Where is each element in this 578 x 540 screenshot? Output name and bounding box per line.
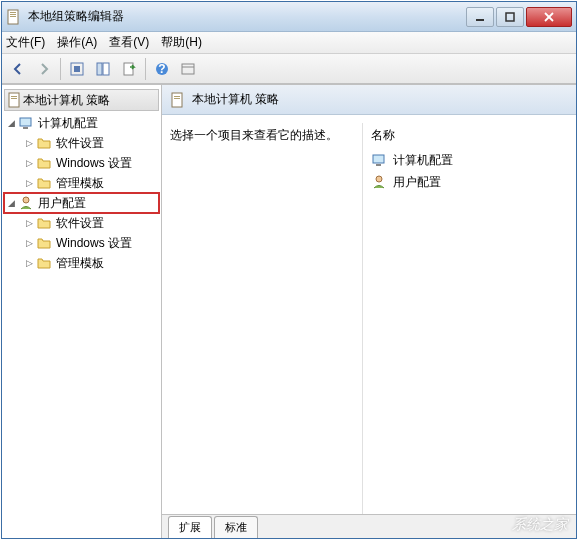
svg-rect-23 (172, 93, 182, 107)
svg-rect-11 (103, 63, 109, 75)
list-item-label: 用户配置 (393, 174, 441, 191)
tree-label: 用户配置 (38, 195, 86, 212)
svg-rect-9 (74, 66, 80, 72)
app-icon (6, 9, 22, 25)
folder-icon (36, 215, 52, 231)
expander-icon[interactable]: ▷ (26, 138, 36, 148)
list-item[interactable]: 计算机配置 (371, 150, 568, 170)
svg-rect-3 (10, 16, 16, 17)
tree-label: 管理模板 (56, 255, 104, 272)
up-button[interactable] (65, 57, 89, 81)
detail-header: 本地计算机 策略 (162, 85, 576, 115)
tabstrip: 扩展 标准 (162, 514, 576, 538)
svg-rect-4 (476, 19, 484, 21)
folder-icon (36, 235, 52, 251)
app-window: 本地组策略编辑器 文件(F) 操作(A) 查看(V) 帮助(H) ? 本地计算机… (1, 1, 577, 539)
svg-rect-12 (124, 63, 133, 75)
tree-item-admin-templates[interactable]: ▷ 管理模板 (4, 173, 159, 193)
computer-icon (18, 115, 34, 131)
expander-icon[interactable]: ▷ (26, 258, 36, 268)
help-button[interactable]: ? (150, 57, 174, 81)
svg-rect-21 (23, 127, 28, 129)
svg-text:?: ? (158, 62, 165, 76)
svg-rect-26 (373, 155, 384, 163)
expander-icon[interactable]: ▷ (26, 238, 36, 248)
expander-icon[interactable]: ▷ (26, 158, 36, 168)
user-icon (18, 195, 34, 211)
list-pane: 名称 计算机配置 用户配置 (362, 123, 576, 514)
tree-item-computer-config[interactable]: ◢ 计算机配置 (4, 113, 159, 133)
tab-extended[interactable]: 扩展 (168, 516, 212, 538)
svg-rect-1 (10, 12, 16, 13)
forward-button[interactable] (32, 57, 56, 81)
menu-action[interactable]: 操作(A) (57, 34, 97, 51)
toolbar-sep (60, 58, 61, 80)
expander-icon[interactable]: ▷ (26, 218, 36, 228)
user-icon (371, 174, 387, 190)
list-item-label: 计算机配置 (393, 152, 453, 169)
svg-rect-19 (11, 98, 17, 99)
tree-label: 管理模板 (56, 175, 104, 192)
computer-icon (371, 152, 387, 168)
tree-item-windows-settings[interactable]: ▷ Windows 设置 (4, 153, 159, 173)
tree-label: Windows 设置 (56, 155, 132, 172)
tree-panel: 本地计算机 策略 ◢ 计算机配置 ▷ 软件设置 ▷ Windows 设置 ▷ 管… (2, 85, 162, 538)
hint-text: 选择一个项目来查看它的描述。 (170, 128, 338, 142)
back-button[interactable] (6, 57, 30, 81)
minimize-button[interactable] (466, 7, 494, 27)
svg-rect-24 (174, 96, 180, 97)
titlebar: 本地组策略编辑器 (2, 2, 576, 32)
folder-icon (36, 155, 52, 171)
folder-icon (36, 175, 52, 191)
column-name[interactable]: 名称 (371, 123, 568, 150)
tree-item-software[interactable]: ▷ 软件设置 (4, 213, 159, 233)
menu-help[interactable]: 帮助(H) (161, 34, 202, 51)
maximize-button[interactable] (496, 7, 524, 27)
detail-body: 选择一个项目来查看它的描述。 名称 计算机配置 用户配置 (162, 115, 576, 514)
list-item[interactable]: 用户配置 (371, 172, 568, 192)
svg-rect-10 (97, 63, 102, 75)
policy-icon (170, 92, 186, 108)
svg-rect-17 (9, 93, 19, 107)
menu-view[interactable]: 查看(V) (109, 34, 149, 51)
tree-root[interactable]: 本地计算机 策略 (4, 89, 159, 111)
show-hide-tree-button[interactable] (91, 57, 115, 81)
svg-point-22 (23, 197, 29, 203)
export-button[interactable] (117, 57, 141, 81)
expander-icon[interactable]: ▷ (26, 178, 36, 188)
menu-file[interactable]: 文件(F) (6, 34, 45, 51)
detail-panel: 本地计算机 策略 选择一个项目来查看它的描述。 名称 计算机配置 用户配置 (162, 85, 576, 538)
svg-rect-27 (376, 164, 381, 166)
menubar: 文件(F) 操作(A) 查看(V) 帮助(H) (2, 32, 576, 54)
svg-rect-5 (506, 13, 514, 21)
tree-label: Windows 设置 (56, 235, 132, 252)
detail-title: 本地计算机 策略 (192, 91, 279, 108)
tree-item-software[interactable]: ▷ 软件设置 (4, 133, 159, 153)
tree-label: 软件设置 (56, 135, 104, 152)
svg-rect-18 (11, 96, 17, 97)
policy-icon (7, 92, 23, 108)
tab-standard[interactable]: 标准 (214, 516, 258, 538)
svg-rect-25 (174, 98, 180, 99)
description-pane: 选择一个项目来查看它的描述。 (162, 123, 362, 514)
tree-item-admin-templates[interactable]: ▷ 管理模板 (4, 253, 159, 273)
filter-button[interactable] (176, 57, 200, 81)
tree-root-label: 本地计算机 策略 (23, 92, 110, 109)
tree-item-windows-settings[interactable]: ▷ Windows 设置 (4, 233, 159, 253)
toolbar-sep (145, 58, 146, 80)
tree-label: 计算机配置 (38, 115, 98, 132)
svg-point-28 (376, 176, 382, 182)
close-button[interactable] (526, 7, 572, 27)
content-area: 本地计算机 策略 ◢ 计算机配置 ▷ 软件设置 ▷ Windows 设置 ▷ 管… (2, 84, 576, 538)
window-title: 本地组策略编辑器 (28, 8, 464, 25)
svg-rect-20 (20, 118, 31, 126)
svg-rect-2 (10, 14, 16, 15)
svg-rect-15 (182, 64, 194, 74)
expander-icon[interactable]: ◢ (8, 198, 18, 208)
toolbar: ? (2, 54, 576, 84)
folder-icon (36, 255, 52, 271)
tree-item-user-config[interactable]: ◢ 用户配置 (4, 193, 159, 213)
tree-label: 软件设置 (56, 215, 104, 232)
folder-icon (36, 135, 52, 151)
expander-icon[interactable]: ◢ (8, 118, 18, 128)
